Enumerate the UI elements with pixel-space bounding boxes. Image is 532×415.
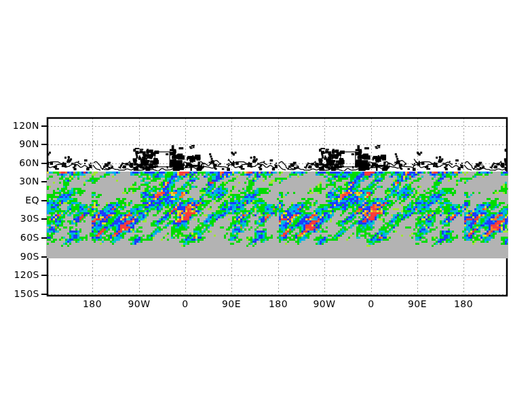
y-axis-tick-label: 150S — [0, 289, 39, 299]
x-axis-tick-label: 90E — [208, 299, 255, 309]
x-axis-tick-label: 90W — [301, 299, 348, 309]
y-axis-tick-label: 60S — [0, 233, 39, 243]
x-axis-tick-label: 180 — [440, 299, 487, 309]
y-axis-tick-label: 120N — [0, 121, 39, 131]
x-axis-tick-label: 90W — [115, 299, 163, 309]
map-plot-canvas — [0, 0, 532, 415]
y-axis-tick-label: 90S — [0, 252, 39, 262]
x-axis-tick-label: 180 — [69, 299, 116, 309]
y-axis-tick-label: 120S — [0, 270, 39, 280]
y-axis-tick-label: 60N — [0, 158, 39, 168]
x-axis-tick-label: 180 — [254, 299, 302, 309]
x-axis-tick-label: 0 — [162, 299, 209, 309]
x-axis-tick-label: 0 — [347, 299, 395, 309]
y-axis-tick-label: 30S — [0, 214, 39, 224]
y-axis-tick-label: 90N — [0, 139, 39, 149]
y-axis-tick-label: 30N — [0, 176, 39, 186]
x-axis-tick-label: 90E — [394, 299, 441, 309]
y-axis-tick-label: EQ — [0, 195, 39, 205]
grads-map-figure: 120N90N60N30NEQ30S60S90S120S150S 18090W0… — [0, 0, 532, 415]
